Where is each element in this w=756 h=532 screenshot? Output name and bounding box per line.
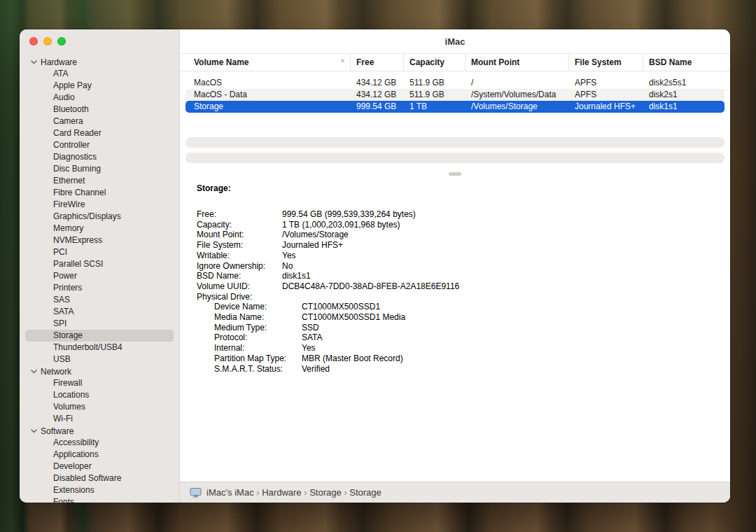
detail-label: Mount Point: [197, 230, 282, 240]
sidebar-item-fibre-channel[interactable]: Fibre Channel [25, 187, 174, 199]
minimize-button[interactable] [43, 37, 52, 46]
breadcrumb-separator: › [254, 487, 262, 498]
breadcrumb-item: iMac’s iMac [206, 487, 254, 498]
detail-value: Yes [302, 343, 316, 354]
sidebar-section-software[interactable]: Software [20, 425, 179, 437]
sidebar-item-usb[interactable]: USB [25, 354, 174, 365]
sidebar-item-disc-burning[interactable]: Disc Burning [25, 163, 174, 175]
sidebar-item-developer[interactable]: Developer [25, 461, 174, 472]
pane-splitter[interactable] [180, 169, 730, 178]
sidebar-item-apple-pay[interactable]: Apple Pay [25, 80, 174, 92]
volume-row[interactable]: MacOS - Data434.12 GB511.9 GB/System/Vol… [186, 89, 724, 101]
detail-value: CT1000MX500SSD1 Media [302, 312, 405, 323]
detail-value: Verified [302, 364, 330, 374]
sidebar-item-sas[interactable]: SAS [25, 294, 174, 306]
sidebar-item-ethernet[interactable]: Ethernet [25, 175, 174, 187]
sidebar-item-storage[interactable]: Storage [25, 330, 174, 342]
sidebar-item-firewall[interactable]: Firewall [25, 377, 174, 389]
sidebar-item-sata[interactable]: SATA [25, 306, 174, 318]
system-information-window: iMac Volume Name^FreeCapacityMount Point… [20, 29, 730, 503]
cell-bsd-name: disk1s1 [643, 101, 724, 113]
column-header-free[interactable]: Free [351, 54, 404, 71]
sidebar-item-spi[interactable]: SPI [25, 318, 174, 330]
breadcrumb: iMac’s iMac › Hardware › Storage › Stora… [206, 487, 382, 498]
detail-label: Media Name: [214, 312, 302, 323]
sidebar-section-label: Network [41, 367, 71, 377]
cell-capacity: 511.9 GB [404, 89, 465, 101]
detail-value: SATA [302, 332, 323, 343]
sidebar-item-nvmexpress[interactable]: NVMExpress [25, 234, 174, 246]
column-header-volume-name[interactable]: Volume Name^ [180, 54, 351, 71]
detail-row: Physical Drive: [197, 292, 719, 302]
sidebar-item-card-reader[interactable]: Card Reader [25, 127, 174, 139]
sidebar-item-power[interactable]: Power [25, 270, 174, 282]
detail-label: S.M.A.R.T. Status: [214, 364, 302, 374]
sidebar-item-thunderbolt-usb4[interactable]: Thunderbolt/USB4 [25, 342, 174, 354]
detail-value: CT1000MX500SSD1 [302, 302, 380, 312]
sidebar-item-camera[interactable]: Camera [25, 115, 174, 127]
column-header-bsd-name[interactable]: BSD Name [643, 54, 730, 71]
sidebar-section-hardware[interactable]: Hardware [20, 56, 179, 68]
sidebar-item-parallel-scsi[interactable]: Parallel SCSI [25, 258, 174, 270]
sidebar-item-memory[interactable]: Memory [25, 223, 174, 234]
detail-label: Volume UUID: [197, 281, 282, 292]
sidebar-item-wi-fi[interactable]: Wi-Fi [25, 413, 174, 425]
detail-label: Physical Drive: [197, 292, 282, 302]
detail-label: Device Name: [214, 302, 302, 312]
detail-row: BSD Name:disk1s1 [197, 271, 719, 281]
detail-value: No [282, 261, 293, 272]
sort-ascending-icon: ^ [341, 58, 344, 66]
close-button[interactable] [29, 37, 38, 46]
zoom-button[interactable] [57, 37, 66, 46]
sidebar-item-printers[interactable]: Printers [25, 282, 174, 294]
splitter-handle-icon [449, 172, 461, 176]
cell-free: 434.12 GB [351, 89, 404, 101]
detail-row: Writable:Yes [197, 251, 719, 261]
sidebar-item-ata[interactable]: ATA [25, 68, 174, 80]
title-bar: iMac [180, 29, 730, 53]
volume-row[interactable]: Storage999.54 GB1 TB/Volumes/StorageJour… [186, 101, 724, 113]
column-header-file-system[interactable]: File System [569, 54, 643, 71]
sidebar-item-applications[interactable]: Applications [25, 449, 174, 461]
detail-label: Medium Type: [214, 323, 302, 333]
sidebar-section-network[interactable]: Network [20, 365, 179, 377]
column-header-mount-point[interactable]: Mount Point [465, 54, 569, 71]
detail-row: Medium Type:SSD [197, 323, 719, 333]
sidebar: HardwareATAApple PayAudioBluetoothCamera… [20, 29, 179, 503]
detail-row: Mount Point:/Volumes/Storage [197, 230, 719, 240]
detail-label: Free: [197, 209, 282, 220]
detail-row: Partition Map Type:MBR (Master Boot Reco… [197, 354, 719, 364]
sidebar-item-extensions[interactable]: Extensions [25, 484, 174, 496]
column-header-label: Mount Point [471, 57, 519, 67]
volumes-header: Volume Name^FreeCapacityMount PointFile … [180, 53, 730, 71]
sidebar-list: HardwareATAApple PayAudioBluetoothCamera… [20, 56, 179, 503]
window-title: iMac [445, 36, 465, 47]
breadcrumb-item: Hardware [262, 487, 301, 498]
sidebar-item-firewire[interactable]: FireWire [25, 199, 174, 211]
sidebar-section-label: Software [41, 426, 74, 436]
sidebar-item-audio[interactable]: Audio [25, 92, 174, 104]
breadcrumb-item: Storage [309, 487, 342, 498]
sidebar-item-diagnostics[interactable]: Diagnostics [25, 151, 174, 163]
detail-value: 1 TB (1,000,203,091,968 bytes) [282, 220, 400, 230]
sidebar-item-controller[interactable]: Controller [25, 139, 174, 151]
sidebar-item-pci[interactable]: PCI [25, 246, 174, 258]
detail-value: SSD [302, 323, 319, 333]
sidebar-item-accessibility[interactable]: Accessibility [25, 437, 174, 449]
detail-label: Ignore Ownership: [197, 261, 282, 272]
column-header-label: Free [356, 57, 374, 67]
detail-row: Volume UUID:DCB4C48A-7DD0-38AD-8FEB-A2A1… [197, 281, 719, 292]
cell-mount-point: /Volumes/Storage [465, 101, 569, 113]
sidebar-item-disabled-software[interactable]: Disabled Software [25, 472, 174, 484]
sidebar-item-locations[interactable]: Locations [25, 389, 174, 401]
column-header-label: BSD Name [649, 57, 692, 67]
sidebar-item-bluetooth[interactable]: Bluetooth [25, 104, 174, 115]
sidebar-item-volumes[interactable]: Volumes [25, 401, 174, 413]
sidebar-item-fonts[interactable]: Fonts [25, 496, 174, 503]
detail-row: Ignore Ownership:No [197, 261, 719, 272]
column-header-capacity[interactable]: Capacity [404, 54, 465, 71]
volume-row[interactable]: MacOS434.12 GB511.9 GB/APFSdisk2s5s1 [186, 77, 724, 89]
cell-free: 999.54 GB [351, 101, 404, 113]
cell-mount-point: / [465, 77, 569, 89]
sidebar-item-graphics-displays[interactable]: Graphics/Displays [25, 211, 174, 223]
